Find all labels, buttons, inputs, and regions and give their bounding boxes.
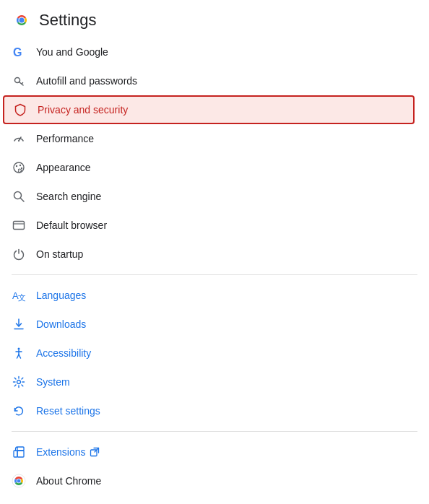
google-g-icon: G	[12, 45, 26, 59]
sidebar-item-you-and-google[interactable]: G You and Google	[0, 38, 417, 66]
divider-1	[12, 274, 417, 275]
browser-icon	[12, 218, 26, 233]
sidebar-item-label: Performance	[36, 133, 94, 144]
external-link-icon	[90, 447, 100, 457]
sidebar-item-about-chrome[interactable]: About Chrome	[0, 466, 417, 495]
sidebar-item-label: Downloads	[36, 318, 86, 330]
sidebar-item-label: Appearance	[36, 162, 91, 173]
sidebar-item-extensions[interactable]: Extensions	[0, 438, 417, 466]
svg-line-26	[19, 355, 21, 358]
sidebar-item-label: Extensions	[36, 446, 85, 458]
extensions-icon	[12, 445, 26, 459]
power-icon	[12, 247, 26, 261]
reset-icon	[12, 404, 26, 418]
svg-point-12	[20, 165, 21, 166]
gauge-icon	[12, 131, 26, 146]
svg-point-27	[17, 381, 21, 384]
sidebar-item-downloads[interactable]: Downloads	[0, 310, 417, 339]
sidebar-item-label: Privacy and security	[38, 104, 128, 116]
sidebar-item-appearance[interactable]: Appearance	[0, 153, 417, 182]
sidebar-item-label: System	[36, 376, 70, 388]
sidebar-item-label: Default browser	[36, 220, 107, 231]
about-chrome-icon	[12, 474, 26, 488]
divider-2	[12, 431, 417, 432]
settings-nav: G You and Google Autofill and passwords	[0, 38, 429, 495]
sidebar-item-languages[interactable]: A 文 Languages	[0, 281, 417, 310]
nav-list-top: G You and Google Autofill and passwords	[0, 38, 429, 269]
sidebar-item-default-browser[interactable]: Default browser	[0, 211, 417, 240]
svg-point-35	[17, 479, 21, 483]
sidebar-item-label: On startup	[36, 248, 83, 260]
svg-line-7	[22, 83, 23, 84]
shield-icon	[13, 103, 27, 117]
sidebar-item-search-engine[interactable]: Search engine	[0, 182, 417, 211]
nav-list-mid: A 文 Languages Downloads	[0, 281, 429, 425]
sidebar-item-accessibility[interactable]: Accessibility	[0, 339, 417, 368]
svg-text:G: G	[13, 46, 22, 58]
languages-icon: A 文	[12, 288, 26, 303]
sidebar-item-autofill-passwords[interactable]: Autofill and passwords	[0, 66, 417, 95]
key-icon	[12, 74, 26, 88]
palette-icon	[12, 160, 26, 175]
svg-point-3	[20, 18, 25, 23]
page-title: Settings	[39, 11, 97, 30]
search-icon	[12, 189, 26, 204]
accessibility-icon	[12, 346, 26, 360]
sidebar-item-label: Autofill and passwords	[36, 75, 137, 87]
svg-text:文: 文	[18, 293, 25, 302]
chrome-logo	[12, 10, 32, 30]
svg-point-9	[18, 140, 20, 142]
sidebar-item-label: Reset settings	[36, 405, 100, 417]
sidebar-item-on-startup[interactable]: On startup	[0, 240, 417, 269]
download-icon	[12, 317, 26, 331]
svg-rect-16	[14, 222, 25, 230]
svg-point-13	[21, 168, 22, 169]
svg-rect-29	[17, 447, 24, 451]
system-icon	[12, 375, 26, 389]
svg-line-15	[21, 199, 25, 202]
svg-rect-28	[14, 451, 17, 457]
sidebar-item-system[interactable]: System	[0, 368, 417, 396]
sidebar-item-label: You and Google	[36, 46, 108, 58]
sidebar-item-label: Search engine	[36, 191, 101, 202]
svg-point-11	[16, 165, 17, 167]
header: Settings	[0, 0, 429, 38]
sidebar-item-performance[interactable]: Performance	[0, 124, 417, 153]
svg-point-22	[18, 348, 20, 350]
sidebar-item-label: About Chrome	[36, 475, 101, 487]
sidebar-item-reset-settings[interactable]: Reset settings	[0, 396, 417, 425]
sidebar-item-label: Languages	[36, 290, 86, 301]
nav-list-bottom: Extensions	[0, 438, 429, 495]
sidebar-item-label: Accessibility	[36, 347, 91, 359]
svg-rect-30	[17, 451, 24, 457]
sidebar-item-privacy-security[interactable]: Privacy and security	[3, 95, 415, 124]
